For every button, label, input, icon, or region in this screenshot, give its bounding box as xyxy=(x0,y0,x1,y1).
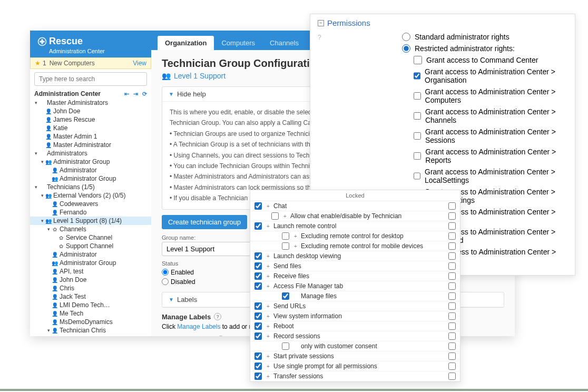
permission-check-row[interactable]: Grant access to Administration Center > … xyxy=(402,67,567,84)
permission-radio-row[interactable]: Restricted administrator rights: xyxy=(402,44,567,53)
tree-item[interactable]: ▾Administrators xyxy=(30,149,151,158)
tree-tool-back-icon[interactable]: ⇤ xyxy=(124,91,129,97)
permission-radio-row[interactable]: Standard administrator rights xyxy=(402,33,567,41)
tech-permission-lock-checkbox[interactable] xyxy=(448,232,456,240)
tree-item[interactable]: 👤John Doe xyxy=(30,276,151,284)
tech-permission-row[interactable]: +Allow chat enable/disable by Technician xyxy=(250,211,460,221)
status-disabled-radio[interactable] xyxy=(162,278,169,285)
permission-check-row[interactable]: Grant access to Administration Center > … xyxy=(402,87,567,104)
tech-permission-row[interactable]: +Record sessions xyxy=(250,331,460,341)
permission-check-row[interactable]: Grant access to Administration Center > … xyxy=(402,128,567,144)
tech-permission-row[interactable]: +Send files xyxy=(250,261,460,271)
permission-checkbox[interactable] xyxy=(414,132,421,140)
expand-icon[interactable]: + xyxy=(265,263,271,269)
permission-radio[interactable] xyxy=(402,44,410,53)
expand-icon[interactable]: + xyxy=(265,364,271,369)
permission-check-row[interactable]: Grant access to Command Center xyxy=(402,56,567,64)
help-icon[interactable]: ? xyxy=(318,34,321,41)
tech-permission-lock-checkbox[interactable] xyxy=(448,282,456,290)
permissions-header[interactable]: − Permissions xyxy=(318,18,567,27)
tree-item[interactable]: 👤Chris xyxy=(30,284,151,292)
tech-permission-checkbox[interactable] xyxy=(254,202,262,210)
expand-icon[interactable]: + xyxy=(265,223,271,229)
tech-permission-lock-checkbox[interactable] xyxy=(448,222,456,230)
tech-permission-lock-checkbox[interactable] xyxy=(448,292,456,300)
tree-item[interactable]: ▾👥Administrator Group xyxy=(30,158,151,166)
expand-icon[interactable]: + xyxy=(265,324,271,329)
tech-permission-row[interactable]: +Launch remote control xyxy=(250,221,460,231)
tree-item[interactable]: 👤John Doe xyxy=(30,107,151,115)
tree-item[interactable]: 👤Administrator xyxy=(30,250,151,259)
tech-permission-row[interactable]: +Chat xyxy=(250,201,460,211)
tech-permission-lock-checkbox[interactable] xyxy=(448,202,456,210)
tech-permission-lock-checkbox[interactable] xyxy=(448,332,456,340)
tech-permission-checkbox[interactable] xyxy=(254,282,262,290)
tab-computers[interactable]: Computers xyxy=(214,36,262,50)
tech-permission-checkbox[interactable] xyxy=(254,362,262,370)
tree-item[interactable]: ▾👤Technician Chris xyxy=(30,326,151,335)
expand-icon[interactable]: + xyxy=(265,354,271,359)
tech-permission-checkbox[interactable] xyxy=(282,342,289,350)
expand-icon[interactable]: + xyxy=(265,334,271,339)
tech-permission-row[interactable]: +View system information xyxy=(250,311,460,321)
tech-permission-row[interactable]: +Receive files xyxy=(250,271,460,281)
tree-item[interactable]: 👤Master Admin 1 xyxy=(30,132,151,141)
tech-permission-checkbox[interactable] xyxy=(271,212,279,220)
tech-permission-lock-checkbox[interactable] xyxy=(448,373,456,380)
search-input[interactable] xyxy=(34,72,147,86)
tech-permission-row[interactable]: +Send URLs xyxy=(250,301,460,311)
tech-permission-checkbox[interactable] xyxy=(254,262,262,270)
tree-item[interactable]: 👥Administrator Group xyxy=(30,174,151,183)
expand-icon[interactable]: + xyxy=(265,283,271,289)
tree-caret-icon[interactable]: ▾ xyxy=(33,100,38,105)
tree[interactable]: ▾Master Administrators👤John Doe👤James Re… xyxy=(30,99,151,336)
tech-permission-row[interactable]: +Access File Manager tab xyxy=(250,281,460,291)
help-icon[interactable]: ? xyxy=(217,336,224,336)
tech-permission-lock-checkbox[interactable] xyxy=(448,242,456,250)
tree-item[interactable]: ✿Service Channel xyxy=(30,233,151,242)
tech-permission-row[interactable]: +Excluding remote control for desktop xyxy=(250,231,460,241)
permission-checkbox[interactable] xyxy=(414,92,421,100)
expand-icon[interactable]: + xyxy=(292,243,299,249)
tree-caret-icon[interactable]: ▾ xyxy=(46,328,51,333)
tree-caret-icon[interactable]: ▾ xyxy=(33,184,38,190)
expand-icon[interactable]: + xyxy=(265,313,271,319)
tech-permission-checkbox[interactable] xyxy=(254,322,262,330)
tree-item[interactable]: 📄Unattended Prompts xyxy=(30,335,151,336)
tree-item[interactable]: 👤Master Administrator xyxy=(30,141,151,149)
tree-item[interactable]: 👤MsDemoDynamics xyxy=(30,318,151,326)
tech-permission-lock-checkbox[interactable] xyxy=(448,362,456,370)
tree-caret-icon[interactable]: ▾ xyxy=(33,151,38,156)
tree-caret-icon[interactable]: ▾ xyxy=(40,218,45,223)
tree-item[interactable]: 👤James Rescue xyxy=(30,115,151,124)
expand-icon[interactable]: + xyxy=(265,253,271,259)
tech-permission-lock-checkbox[interactable] xyxy=(448,312,456,320)
permission-checkbox[interactable] xyxy=(414,112,421,120)
expand-icon[interactable]: + xyxy=(265,203,271,209)
expand-icon[interactable]: + xyxy=(265,273,271,279)
tree-tool-forward-icon[interactable]: ⇥ xyxy=(133,91,138,97)
permission-radio[interactable] xyxy=(402,33,410,41)
permission-checkbox[interactable] xyxy=(414,72,420,80)
expand-icon[interactable]: + xyxy=(265,374,271,379)
notice-view-link[interactable]: View xyxy=(133,60,146,67)
tech-permission-checkbox[interactable] xyxy=(254,272,262,280)
tree-tool-refresh-icon[interactable]: ⟳ xyxy=(142,91,147,97)
tab-organization[interactable]: Organization xyxy=(158,36,214,50)
create-technician-group-button[interactable]: Create technician group xyxy=(162,215,247,229)
tech-permission-lock-checkbox[interactable] xyxy=(448,352,456,360)
tech-permission-checkbox[interactable] xyxy=(282,292,289,300)
tech-permission-row[interactable]: +Use single prompt for all permissions xyxy=(250,361,460,371)
tree-item[interactable]: ▾👥External Vendors (2) (0/5) xyxy=(30,191,151,200)
tree-item[interactable]: 👤Codeweavers xyxy=(30,200,151,208)
tree-caret-icon[interactable]: ▾ xyxy=(46,227,51,232)
tech-permission-row[interactable]: +Transfer sessions xyxy=(250,371,460,381)
tab-channels[interactable]: Channels xyxy=(262,36,306,50)
tech-permission-lock-checkbox[interactable] xyxy=(448,262,456,270)
tech-permission-checkbox[interactable] xyxy=(254,302,262,310)
tech-permission-checkbox[interactable] xyxy=(282,242,289,250)
permission-checkbox[interactable] xyxy=(414,172,420,180)
notice-bar[interactable]: ★ 1 New Computers View xyxy=(30,57,151,69)
tree-item[interactable]: 👤Jack Test xyxy=(30,292,151,301)
tree-item[interactable]: 👤LMI Demo Tech… xyxy=(30,301,151,309)
